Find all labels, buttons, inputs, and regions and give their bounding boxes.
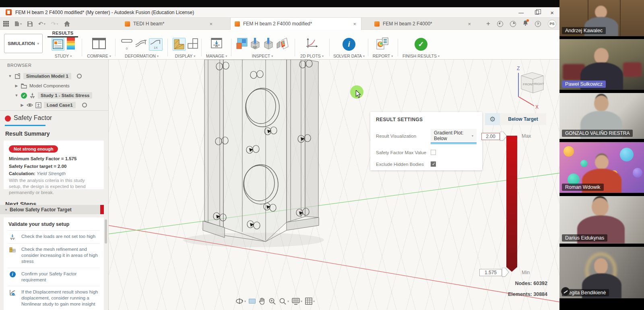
tree-item-load-case[interactable]: ▶ Load Case1 [20,101,87,110]
3d-viewport[interactable]: Z FRONT RIGHT X RESULT SETTINGS Result V… [109,60,559,310]
next-step-item[interactable]: i Confirm your Safety Factor requirement [8,268,100,286]
safety-factor-max-checkbox[interactable] [431,150,436,155]
pan-icon[interactable] [258,298,266,305]
home-icon[interactable] [64,21,70,27]
file-menu-icon[interactable]: ▾ [14,21,22,27]
next-step-text: Check the loads are not set too high [21,234,95,240]
deformation-dropdown[interactable]: DEFORMATION▾ [125,54,159,58]
group-solver-data: i SOLVER DATA▾ [331,36,367,58]
legend-max-tag[interactable]: 2.00 [481,132,507,141]
deformation-actual-icon[interactable]: 0 [121,39,133,50]
active-loadcase-radio[interactable] [82,103,87,107]
tree-item-model-components[interactable]: ▶ Model Components [14,81,70,90]
workspace-selector[interactable]: SIMULATION▾ [4,34,43,53]
study-dropdown[interactable]: STUDY▾ [55,54,72,58]
result-visualization-dropdown[interactable]: Gradient Plot: Below▾ [431,129,477,143]
tree-item-study-1[interactable]: ▼ ✓ Study 1 - Static Stress [14,91,92,100]
legend-contour-icon[interactable] [66,37,75,51]
look-at-icon[interactable] [249,299,256,304]
meeting-audio-icon[interactable] [561,287,570,296]
new-tab-button[interactable]: + [486,20,490,28]
redo-icon[interactable]: ↷▾ [51,21,58,27]
video-tile[interactable]: Roman Wdowik [559,142,644,193]
study-manager-icon[interactable] [52,38,64,51]
manage-icon[interactable] [211,38,223,51]
app-grid-icon[interactable] [3,21,9,27]
manage-dropdown[interactable]: MANAGE▾ [206,54,227,58]
next-step-item[interactable]: Check the mesh refinement and consider i… [8,243,100,268]
display-faces-icon[interactable] [188,38,198,50]
display-mesh-icon[interactable] [173,38,186,51]
top-black-strip [0,0,559,7]
notifications-bell-icon[interactable] [523,20,528,27]
tab-tedi-h-beam[interactable]: TEDI H beam* × [121,18,217,30]
active-model-radio[interactable] [77,74,82,79]
group-report: REPORT▾ [369,36,396,58]
help-icon[interactable]: ? [535,21,541,27]
minimize-button[interactable]: — [518,10,524,15]
exclude-hidden-checkbox[interactable] [431,161,436,167]
summary-note: With the analysis criteria in this study… [9,178,99,196]
chevron-right-icon[interactable]: ▶ [14,84,19,88]
plot-curve-icon[interactable] [305,37,318,51]
video-tile[interactable]: GONZALO VALIÑO RIESTRA [559,93,644,139]
deformation-scale-icon[interactable]: 1X [149,38,163,51]
fit-icon[interactable]: ▾ [279,298,289,305]
video-tile[interactable]: Paweł Sułkowicz [559,39,644,90]
report-icon[interactable] [376,37,389,51]
chevron-down-icon[interactable]: ▼ [8,74,12,78]
legend-min-tag[interactable]: 1.575 [479,268,509,277]
tab-fem-h-beam[interactable]: FEM H beam 2 F4000* × [370,18,476,30]
finish-results-icon[interactable]: ✓ [415,38,427,51]
inspect-slice-icon[interactable] [276,38,289,51]
finish-results-dropdown[interactable]: FINISH RESULTS▾ [402,54,440,58]
z-axis-label: Z [517,66,520,71]
restore-button[interactable] [535,10,539,15]
tab-fem-h-beam-modified[interactable]: FEM H beam 2 F4000 modified* × [230,18,361,30]
chevron-right-icon[interactable]: ▶ [20,103,24,107]
solver-info-icon[interactable]: i [343,38,355,51]
plots-dropdown[interactable]: 2D PLOTS▾ [300,54,324,58]
legend-gear-icon[interactable]: ⚙ [485,113,500,125]
compare-icon[interactable] [92,38,106,51]
user-avatar[interactable]: PS [548,20,556,28]
grid-layout-icon[interactable]: ▾ [305,298,315,305]
save-icon[interactable] [27,21,33,27]
chevron-down-icon: ▾ [4,208,8,212]
tab-close-icon[interactable]: × [467,21,472,27]
calculation-line: Calculation: Yield Strength [9,171,99,177]
inspect-probe-icon[interactable] [263,37,274,51]
tree-item-simulation-model[interactable]: ▼ Simulation Model 1 [8,72,82,81]
video-tile[interactable]: Andrzej Kawalec [559,0,644,36]
next-step-item[interactable]: If the Displacement result shows high di… [8,286,100,310]
inspect-point-xyz-icon[interactable]: xyz [250,37,261,51]
next-step-text: Confirm your Safety Factor requirement [21,271,100,283]
legend-max-label: Max [522,133,531,139]
next-step-item[interactable]: Check the loads are not set too high [8,230,100,243]
inspect-result-icon[interactable] [236,38,248,51]
report-dropdown[interactable]: REPORT▾ [373,54,393,58]
visibility-eye-icon[interactable] [27,103,33,107]
job-status-icon[interactable] [510,21,516,27]
tab-close-icon[interactable]: × [208,21,213,27]
below-target-section[interactable]: ▾ Below Safety Factor Target [0,205,104,214]
video-tile[interactable]: Regita Bendikienė [559,247,644,298]
video-tile[interactable]: Darius Eidukynas [559,196,644,244]
chevron-down-icon[interactable]: ▼ [14,93,19,97]
compare-dropdown[interactable]: COMPARE▾ [87,54,111,58]
deformation-adjusted-icon[interactable] [135,39,147,50]
mesh-stats: Nodes: 60392 Elements: 30884 [483,281,547,297]
panel-scrollbar-thumb[interactable] [105,219,107,244]
y-axis-line [109,173,559,234]
display-dropdown[interactable]: DISPLAY▾ [175,54,196,58]
inspect-dropdown[interactable]: INSPECT▾ [252,54,273,58]
orbit-icon[interactable]: ▾ [235,297,246,305]
tab-close-icon[interactable]: × [352,21,357,27]
view-cube[interactable]: Z FRONT RIGHT X [505,63,557,113]
extensions-icon[interactable] [497,21,503,27]
close-button[interactable]: × [550,10,554,16]
display-settings-icon[interactable]: ▾ [292,298,302,305]
zoom-icon[interactable] [268,298,276,305]
undo-icon[interactable]: ↶▾ [38,21,45,27]
solver-dropdown[interactable]: SOLVER DATA▾ [333,54,365,58]
